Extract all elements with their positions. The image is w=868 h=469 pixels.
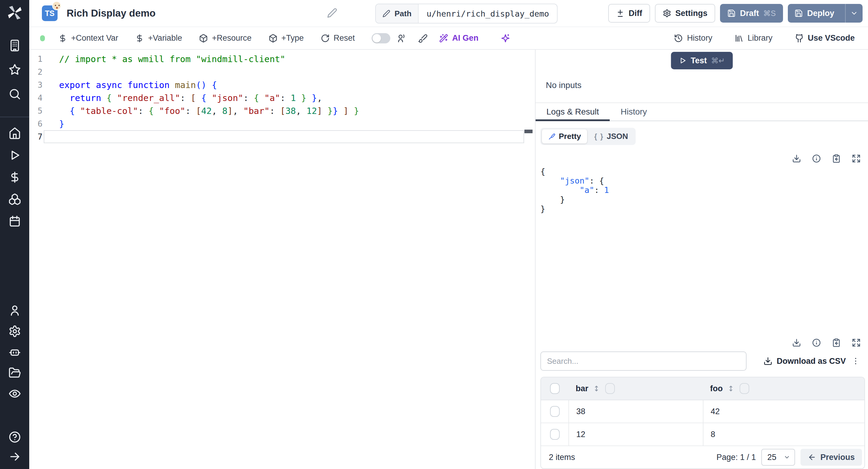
table-body: 3842128 — [541, 400, 864, 446]
settings-gear-icon — [663, 9, 671, 18]
code-text: export async function main() { — [59, 80, 217, 90]
chevron-down-icon — [784, 454, 790, 461]
clipboard-copy-icon[interactable] — [832, 338, 841, 347]
code-line[interactable]: 3export async function main() { — [29, 79, 535, 91]
info-icon[interactable] — [812, 154, 821, 163]
add-variable-button[interactable]: +Variable — [135, 33, 182, 43]
select-all-cell — [541, 377, 568, 400]
favorites-star-icon[interactable] — [8, 63, 21, 76]
user-icon[interactable] — [8, 304, 21, 317]
download-icon[interactable] — [792, 338, 801, 347]
page-title: Rich Display demo — [67, 7, 156, 19]
code-line[interactable]: 4 return { "render_all": [ { "json": { "… — [29, 91, 535, 104]
code-line[interactable]: 5 { "table-col": { "foo": [42, 8], "bar"… — [29, 104, 535, 117]
github-icon — [795, 34, 804, 43]
column-label[interactable]: foo — [710, 384, 723, 393]
sparkles-icon[interactable] — [501, 33, 510, 43]
library-button[interactable]: Library — [735, 33, 772, 43]
reset-icon — [321, 34, 330, 43]
test-button[interactable]: Test ⌘↵ — [671, 52, 733, 69]
home-icon[interactable] — [8, 127, 21, 139]
select-all-checkbox[interactable] — [550, 383, 560, 394]
workspace-building-icon[interactable] — [8, 39, 21, 52]
ai-wand-icon — [439, 34, 448, 43]
search-icon[interactable] — [8, 88, 21, 100]
code-text: { "table-col": { "foo": [42, 8], "bar": … — [59, 106, 359, 116]
test-shortcut: ⌘↵ — [711, 56, 725, 65]
line-number: 6 — [29, 119, 42, 128]
editor-toolbar: +Context Var +Variable +Resource +Type R… — [29, 27, 868, 50]
add-resource-button[interactable]: +Resource — [199, 33, 251, 43]
dollar-icon — [58, 34, 67, 43]
column-pin-toggle[interactable] — [605, 383, 615, 394]
resources-boxes-icon[interactable] — [8, 193, 21, 206]
tab-logs-result[interactable]: Logs & Result — [535, 103, 610, 121]
variables-dollar-icon[interactable] — [8, 171, 21, 184]
collab-toggle[interactable] — [372, 33, 390, 43]
items-count: 2 items — [549, 453, 575, 462]
search-input[interactable] — [540, 351, 747, 371]
table-row[interactable]: 128 — [541, 423, 864, 446]
cell-value: 8 — [711, 430, 715, 439]
pretty-toggle[interactable]: Pretty — [542, 129, 587, 144]
table-row[interactable]: 3842 — [541, 400, 864, 423]
clipboard-copy-icon[interactable] — [832, 154, 841, 163]
line-number: 3 — [29, 80, 42, 90]
history-button[interactable]: History — [674, 33, 712, 43]
tab-history[interactable]: History — [610, 103, 658, 121]
code-line[interactable]: 2 — [29, 65, 535, 79]
code-line[interactable]: 1// import * as wmill from "windmill-cli… — [29, 53, 535, 65]
cell-value: 42 — [711, 407, 720, 416]
page-size-select[interactable]: 25 — [761, 449, 795, 466]
code-text: // import * as wmill from "windmill-clie… — [59, 54, 285, 64]
code-line[interactable]: 6} — [29, 117, 535, 130]
deploy-button[interactable]: Deploy — [788, 4, 863, 23]
row-checkbox[interactable] — [550, 429, 560, 440]
add-type-button[interactable]: +Type — [269, 33, 304, 43]
draft-button[interactable]: Draft ⌘S — [720, 4, 783, 23]
format-brush-icon[interactable] — [418, 33, 428, 43]
reset-button[interactable]: Reset — [321, 33, 355, 43]
history-clock-icon — [674, 34, 683, 43]
path-control[interactable]: Path u/henri/rich_display_demo — [375, 4, 558, 24]
diff-button[interactable]: Diff — [608, 4, 650, 23]
json-toggle[interactable]: { } JSON — [588, 129, 634, 144]
code-editor[interactable]: 1// import * as wmill from "windmill-cli… — [29, 50, 535, 469]
runs-play-icon[interactable] — [8, 149, 21, 162]
settings-button[interactable]: Settings — [655, 4, 715, 23]
audit-eye-icon[interactable] — [8, 387, 21, 400]
collab-users-icon[interactable] — [397, 33, 407, 43]
help-icon[interactable] — [8, 431, 21, 443]
code-line[interactable]: 7 — [29, 130, 535, 143]
pagination: Page: 1 / 1 25 Previous — [716, 449, 862, 466]
download-icon[interactable] — [792, 154, 801, 163]
deploy-dropdown[interactable] — [845, 4, 863, 23]
folders-icon[interactable] — [8, 367, 21, 379]
row-checkbox[interactable] — [550, 406, 560, 417]
braces-icon: { } — [594, 132, 604, 141]
schedules-calendar-icon[interactable] — [8, 215, 21, 227]
typescript-badge-label: TS — [45, 9, 55, 18]
path-label[interactable]: Path — [376, 4, 418, 23]
windmill-logo[interactable] — [7, 5, 23, 21]
download-csv-button[interactable]: Download as CSV — [764, 356, 846, 366]
info-icon[interactable] — [812, 338, 821, 347]
table-toolbar: Download as CSV — [540, 351, 865, 371]
previous-page-button[interactable]: Previous — [801, 449, 862, 466]
column-label[interactable]: bar — [576, 384, 588, 393]
sort-arrows-icon[interactable] — [727, 385, 735, 393]
ai-gen-button[interactable]: AI Gen — [439, 33, 478, 43]
column-header-foo: foo — [703, 377, 864, 400]
use-vscode-button[interactable]: Use VScode — [795, 33, 855, 43]
expand-icon[interactable] — [852, 154, 861, 163]
edit-title-pencil-icon[interactable] — [327, 8, 337, 18]
workers-robot-icon[interactable] — [8, 346, 21, 358]
expand-icon[interactable] — [852, 338, 861, 347]
expand-sidebar-arrow-icon[interactable] — [8, 450, 21, 463]
kebab-menu-icon[interactable] — [851, 356, 860, 366]
sort-arrows-icon[interactable] — [592, 385, 600, 393]
settings-gear-icon[interactable] — [8, 325, 21, 338]
path-value[interactable]: u/henri/rich_display_demo — [418, 4, 557, 23]
add-context-var-button[interactable]: +Context Var — [58, 33, 118, 43]
column-pin-toggle[interactable] — [740, 383, 749, 394]
